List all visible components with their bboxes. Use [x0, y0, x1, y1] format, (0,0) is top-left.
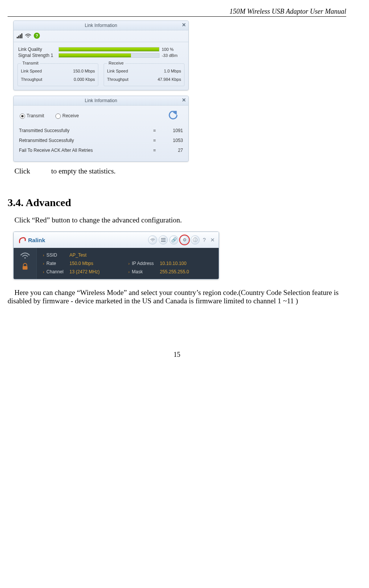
list-toolbar-icon[interactable]: [159, 235, 168, 244]
stat-value: 27: [160, 145, 183, 155]
link-quality-value: 100 %: [162, 47, 184, 52]
signal-strength-value: -33 dBm: [162, 53, 184, 58]
close-icon[interactable]: ✕: [182, 97, 186, 103]
equals-sign: =: [149, 136, 160, 145]
wifi-toolbar-icon[interactable]: [148, 235, 157, 244]
tx-speed-label: Link Speed: [21, 67, 73, 75]
page-header: 150M Wireless USB Adaptor User Manual: [8, 8, 346, 17]
panel-title: Link Information: [85, 98, 117, 103]
icon-row: ?: [14, 30, 188, 42]
rx-speed-value: 1.0 Mbps: [164, 67, 181, 75]
stat-row: Fail To Receive ACK After All Retries = …: [19, 145, 183, 155]
signal-bars-icon: [17, 33, 22, 38]
click-pre: Click: [14, 167, 30, 175]
click-instruction: Click to empty the statistics.: [8, 167, 346, 175]
stat-label: Fail To Receive ACK After All Retries: [19, 145, 149, 155]
receive-fieldset: Receive Link Speed1.0 Mbps Throughput47.…: [104, 63, 184, 86]
panel-title-bar: Link Information ✕: [14, 21, 188, 30]
equals-sign: =: [149, 126, 160, 136]
link-quality-label: Link Quality: [18, 47, 56, 52]
receive-radio[interactable]: Receive: [55, 113, 79, 119]
stat-label: Retransmitted Successfully: [19, 136, 149, 145]
transmit-radio[interactable]: Transmit: [20, 113, 44, 119]
ssid-value: AP_Test: [69, 252, 87, 258]
rx-thr-label: Throughput: [107, 75, 158, 84]
signal-strength-label: Signal Strength 1: [18, 53, 56, 58]
svg-rect-3: [161, 238, 166, 239]
page-number: 15: [8, 351, 346, 359]
rx-speed-label: Link Speed: [107, 67, 164, 75]
transmit-legend: Transmit: [21, 61, 40, 65]
rate-value: 150.0 Mbps: [69, 261, 93, 266]
svg-point-0: [28, 36, 29, 38]
channel-label: Channel: [46, 269, 63, 274]
svg-rect-5: [161, 241, 166, 242]
link-info-panel-2: Link Information ✕ Transmit Receive Tran…: [13, 96, 189, 162]
note-text: Here you can change “Wireless Mode” and …: [8, 288, 346, 305]
channel-value: 13 (2472 MHz): [69, 269, 99, 274]
stat-row: Retransmitted Successfully = 1053: [19, 136, 183, 145]
wifi-icon: [25, 33, 32, 38]
help-icon[interactable]: ?: [34, 33, 40, 39]
stat-row: Transmitted Successfully = 1091: [19, 126, 183, 136]
ralink-logo: Ralink: [18, 236, 45, 244]
info-toolbar-icon[interactable]: ⓘ: [191, 235, 200, 244]
mask-label: Mask: [132, 269, 143, 274]
help-toolbar-icon[interactable]: ?: [201, 237, 207, 243]
ip-value: 10.10.10.100: [160, 261, 186, 266]
svg-rect-4: [161, 240, 166, 240]
stat-label: Transmitted Successfully: [19, 126, 149, 136]
click-post: to empty the statistics.: [51, 167, 116, 175]
ralink-toolbar-figure: Ralink 🔗 ⚙ ⓘ ? ✕ ›SSID AP_Test ›Rate 150…: [13, 232, 219, 279]
svg-point-2: [152, 241, 153, 241]
tx-thr-value: 0.000 Kbps: [74, 75, 95, 84]
tx-speed-value: 150.0 Mbps: [73, 67, 95, 75]
mask-value: 255.255.255.0: [160, 269, 189, 274]
equals-sign: =: [149, 145, 160, 155]
transmit-fieldset: Transmit Link Speed150.0 Mbps Throughput…: [17, 63, 98, 86]
wifi-status-icon: [20, 252, 30, 259]
stat-value: 1091: [160, 126, 183, 136]
close-icon[interactable]: ✕: [182, 22, 186, 28]
receive-radio-label: Receive: [62, 113, 79, 118]
link-info-panel-1: Link Information ✕ ? Link Quality 100 % …: [13, 20, 189, 90]
section-heading: 3.4. Advanced: [8, 197, 346, 209]
ralink-logo-text: Ralink: [28, 237, 45, 243]
section-intro: Click “Red” button to change the advance…: [8, 216, 346, 224]
gear-toolbar-icon[interactable]: ⚙: [180, 235, 189, 244]
panel-title-bar: Link Information ✕: [14, 96, 188, 106]
transmit-radio-label: Transmit: [27, 113, 44, 118]
lock-icon: [21, 262, 29, 272]
link-quality-row: Link Quality 100 %: [18, 47, 184, 52]
svg-point-6: [24, 257, 26, 259]
panel-title: Link Information: [85, 23, 117, 28]
link-toolbar-icon[interactable]: 🔗: [169, 235, 178, 244]
receive-legend: Receive: [107, 61, 125, 65]
tx-thr-label: Throughput: [21, 75, 74, 84]
close-toolbar-icon[interactable]: ✕: [209, 237, 216, 243]
stat-value: 1053: [160, 136, 183, 145]
rx-thr-value: 47.984 Kbps: [158, 75, 181, 84]
ssid-label: SSID: [46, 252, 57, 258]
svg-rect-7: [23, 266, 28, 270]
rate-label: Rate: [46, 261, 56, 266]
signal-strength-row: Signal Strength 1 -33 dBm: [18, 53, 184, 58]
reset-icon[interactable]: [168, 111, 178, 121]
ip-label: IP Address: [132, 261, 154, 266]
